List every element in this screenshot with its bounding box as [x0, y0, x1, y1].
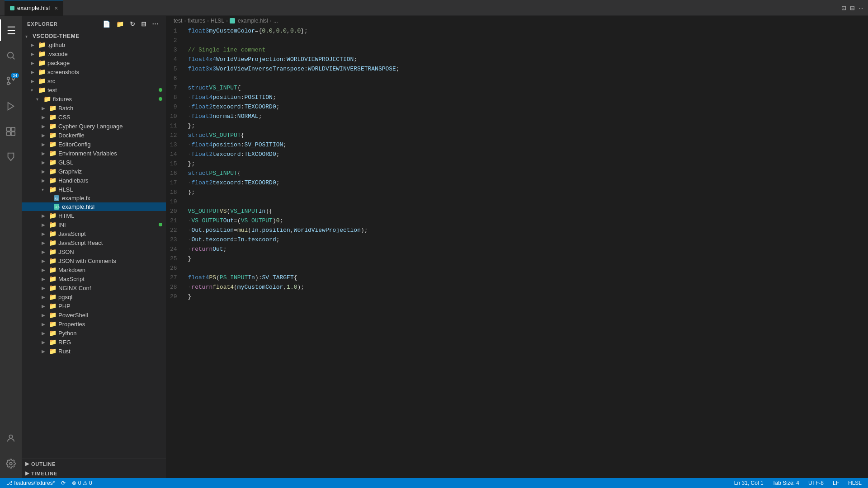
- tree-item-pgsql[interactable]: ▶📁pgsql: [22, 292, 166, 301]
- new-folder-icon[interactable]: 📁: [114, 19, 126, 28]
- tree-item-handlebars[interactable]: ▶📁Handlebars: [22, 176, 166, 185]
- tree-item-github[interactable]: ▶📁.github: [22, 40, 166, 49]
- encoding[interactable]: UTF-8: [807, 480, 826, 486]
- tree-item-example-fx[interactable]: ▶FXexample.fx: [22, 194, 166, 202]
- timeline-section[interactable]: ▶ TIMELINE: [22, 469, 166, 478]
- code-line[interactable]: };: [184, 121, 868, 131]
- tree-item-css[interactable]: ▶📁CSS: [22, 113, 166, 122]
- tree-item-batch[interactable]: ▶📁Batch: [22, 103, 166, 113]
- code-editor[interactable]: float3 myCustomColor = {0.0, 0.0, 0.0};/…: [184, 26, 868, 478]
- activity-explorer[interactable]: [0, 19, 22, 41]
- activity-testing[interactable]: [0, 146, 22, 168]
- tree-item-rust[interactable]: ▶📁Rust: [22, 347, 166, 356]
- code-line[interactable]: · Out.position = mul(In.position, WorldV…: [184, 225, 868, 235]
- collapse-all-icon[interactable]: ⊟: [139, 19, 149, 28]
- tree-item-powershell[interactable]: ▶📁PowerShell: [22, 310, 166, 319]
- code-line[interactable]: · float2 texcoord: TEXCOORD0;: [184, 102, 868, 112]
- activity-run[interactable]: [0, 95, 22, 117]
- tree-item-php[interactable]: ▶📁PHP: [22, 301, 166, 310]
- breadcrumb-file[interactable]: example.hlsl: [238, 18, 268, 24]
- code-line[interactable]: float3 myCustomColor = {0.0, 0.0, 0.0};: [184, 26, 868, 36]
- code-line[interactable]: };: [184, 159, 868, 169]
- code-line[interactable]: [184, 74, 868, 83]
- cursor-position[interactable]: Ln 31, Col 1: [732, 480, 765, 486]
- code-line[interactable]: [184, 263, 868, 273]
- code-line[interactable]: }: [184, 254, 868, 263]
- tree-item-properties[interactable]: ▶📁Properties: [22, 319, 166, 328]
- language-mode[interactable]: HLSL: [846, 480, 863, 486]
- code-line[interactable]: float4 PS(PS_INPUT In): SV_TARGET {: [184, 273, 868, 282]
- activity-search[interactable]: [0, 45, 22, 66]
- breadcrumb-hlsl[interactable]: HLSL: [211, 18, 224, 24]
- code-line[interactable]: struct VS_INPUT {: [184, 83, 868, 93]
- code-line[interactable]: · float4 position: SV_POSITION;: [184, 140, 868, 150]
- tree-item-python[interactable]: ▶📁Python: [22, 328, 166, 338]
- breadcrumb-more[interactable]: ...: [274, 18, 278, 24]
- tree-item-reg[interactable]: ▶📁REG: [22, 338, 166, 347]
- split-editor-icon[interactable]: ⊡: [841, 5, 846, 11]
- sync-icon[interactable]: ⟳: [59, 480, 67, 486]
- tree-item-editorconfig[interactable]: ▶📁EditorConfig: [22, 140, 166, 149]
- code-line[interactable]: · Out.texcoord = In.texcoord;: [184, 235, 868, 244]
- code-line[interactable]: · return float4(myCustomColor, 1.0);: [184, 282, 868, 292]
- tree-item-screenshots[interactable]: ▶📁screenshots: [22, 67, 166, 76]
- tree-item-example-hlsl[interactable]: ▶HLSLexample.hlsl: [22, 202, 166, 211]
- new-file-icon[interactable]: 📄: [101, 19, 113, 28]
- code-line[interactable]: struct VS_OUTPUT {: [184, 131, 868, 140]
- tree-item-cypher[interactable]: ▶📁Cypher Query Language: [22, 122, 166, 131]
- code-line[interactable]: · float2 texcoord: TEXCOORD0;: [184, 150, 868, 159]
- activity-source-control[interactable]: 34: [0, 70, 22, 92]
- activity-account[interactable]: [0, 427, 22, 449]
- tab-size[interactable]: Tab Size: 4: [771, 480, 801, 486]
- tree-item-html[interactable]: ▶📁HTML: [22, 211, 166, 220]
- tree-item-jsoncomments[interactable]: ▶📁JSON with Comments: [22, 256, 166, 265]
- code-line[interactable]: float4x4 WorldViewProjection: WORLDVIEWP…: [184, 55, 868, 64]
- code-line[interactable]: · float2 texcoord: TEXCOORD0;: [184, 178, 868, 188]
- tab-close-icon[interactable]: ×: [54, 5, 58, 12]
- code-line[interactable]: · return Out;: [184, 244, 868, 254]
- code-line[interactable]: }: [184, 292, 868, 301]
- tree-root[interactable]: ▾ VSCODE-THEME: [22, 32, 166, 40]
- code-line[interactable]: };: [184, 188, 868, 197]
- line-ending[interactable]: LF: [831, 480, 841, 486]
- layout-icon[interactable]: ⊟: [850, 5, 855, 11]
- tree-item-javascriptreact[interactable]: ▶📁JavaScript React: [22, 238, 166, 247]
- tree-item-envvars[interactable]: ▶📁Environment Variables: [22, 149, 166, 158]
- code-line[interactable]: VS_OUTPUT VS(VS_INPUT In){: [184, 206, 868, 216]
- tree-item-json[interactable]: ▶📁JSON: [22, 247, 166, 256]
- more-actions-icon[interactable]: ···: [859, 5, 863, 11]
- tree-item-fixtures[interactable]: ▾📁fixtures: [22, 94, 166, 103]
- tree-item-maxscript[interactable]: ▶📁MaxScript: [22, 274, 166, 283]
- breadcrumb-test[interactable]: test: [174, 18, 182, 24]
- code-line[interactable]: · float3 normal: NORMAL;: [184, 112, 868, 121]
- tree-item-glsl[interactable]: ▶📁GLSL: [22, 158, 166, 167]
- refresh-icon[interactable]: ↻: [128, 19, 137, 28]
- tree-item-src[interactable]: ▶📁src: [22, 76, 166, 85]
- tree-label: Graphviz: [58, 168, 82, 175]
- tree-item-markdown[interactable]: ▶📁Markdown: [22, 265, 166, 274]
- tree-item-vscode[interactable]: ▶📁.vscode: [22, 49, 166, 58]
- tree-item-ini[interactable]: ▶📁INI: [22, 220, 166, 229]
- tree-item-test[interactable]: ▾📁test: [22, 85, 166, 94]
- tree-item-dockerfile[interactable]: ▶📁Dockerfile: [22, 131, 166, 140]
- outline-section[interactable]: ▶ OUTLINE: [22, 459, 166, 469]
- code-line[interactable]: // Single line comment: [184, 45, 868, 55]
- activity-settings[interactable]: [0, 453, 22, 474]
- code-line[interactable]: [184, 36, 868, 45]
- git-branch[interactable]: ⎇ features/fixtures*: [5, 480, 57, 486]
- tree-item-nginx[interactable]: ▶📁NGINX Conf: [22, 283, 166, 292]
- code-line[interactable]: · float4 position: POSITION;: [184, 93, 868, 102]
- errors[interactable]: ⊗ 0 ⚠ 0: [70, 480, 94, 486]
- tree-item-package[interactable]: ▶📁package: [22, 58, 166, 67]
- tree-item-hlsl[interactable]: ▾📁HLSL: [22, 185, 166, 194]
- more-options-icon[interactable]: ···: [151, 19, 160, 28]
- code-line[interactable]: float3x3 WorldViewInverseTranspose: WORL…: [184, 64, 868, 74]
- code-line[interactable]: struct PS_INPUT {: [184, 169, 868, 178]
- tree-item-javascript[interactable]: ▶📁JavaScript: [22, 229, 166, 238]
- activity-extensions[interactable]: [0, 121, 22, 142]
- breadcrumb-fixtures[interactable]: fixtures: [188, 18, 205, 24]
- code-line[interactable]: [184, 197, 868, 206]
- code-line[interactable]: · VS_OUTPUT Out = (VS_OUTPUT)0;: [184, 216, 868, 225]
- tree-item-graphviz[interactable]: ▶📁Graphviz: [22, 167, 166, 176]
- tab-example-hlsl[interactable]: example.hlsl ×: [5, 0, 63, 16]
